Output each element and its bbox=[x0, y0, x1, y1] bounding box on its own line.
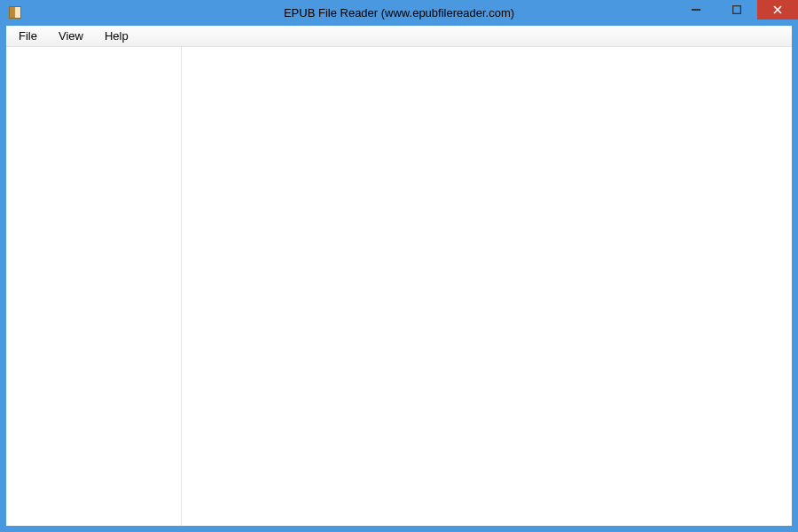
menu-file[interactable]: File bbox=[8, 26, 48, 46]
menubar: File View Help bbox=[6, 26, 792, 47]
maximize-icon bbox=[732, 5, 741, 14]
content-area bbox=[6, 47, 792, 526]
minimize-icon bbox=[692, 5, 700, 14]
close-button[interactable] bbox=[757, 0, 798, 20]
close-icon bbox=[773, 5, 782, 14]
minimize-button[interactable] bbox=[676, 0, 716, 20]
client-area: File View Help bbox=[5, 25, 793, 527]
svg-rect-1 bbox=[733, 6, 741, 14]
menu-help[interactable]: Help bbox=[94, 26, 139, 46]
reader-panel[interactable] bbox=[182, 47, 792, 526]
titlebar[interactable]: EPUB File Reader (www.epubfilereader.com… bbox=[0, 0, 798, 25]
window-frame: EPUB File Reader (www.epubfilereader.com… bbox=[0, 0, 798, 532]
toc-panel[interactable] bbox=[6, 47, 182, 526]
menu-view[interactable]: View bbox=[48, 26, 94, 46]
book-icon bbox=[9, 6, 21, 19]
maximize-button[interactable] bbox=[716, 0, 757, 20]
caption-buttons bbox=[676, 0, 798, 20]
svg-rect-0 bbox=[692, 9, 700, 11]
